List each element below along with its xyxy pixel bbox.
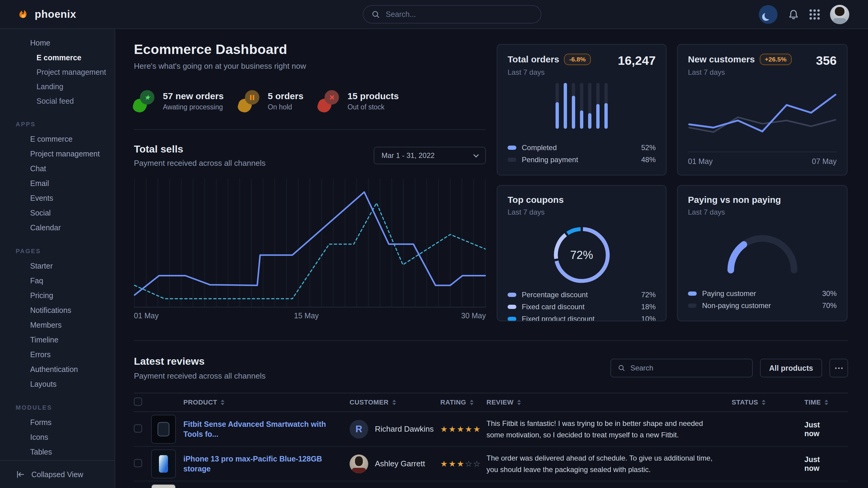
sort-icon	[825, 400, 828, 405]
sidebar-item-label: Email	[30, 179, 49, 188]
stat-sub: On hold	[268, 103, 303, 111]
row-checkbox[interactable]	[134, 424, 142, 432]
legend-swatch	[688, 303, 697, 308]
sidebar-item[interactable]: Social	[0, 205, 115, 220]
top-navbar: phoenix	[0, 0, 868, 29]
sidebar-item: PAGES	[0, 247, 115, 255]
chevron-down-icon	[473, 152, 478, 157]
coupons-donut-chart: 72%	[552, 225, 612, 285]
top-coupons-card: Top coupons Last 7 days 72% Percentage d…	[497, 185, 666, 321]
legend-row: Percentage discount 72%	[507, 289, 656, 301]
legend-value: 72%	[641, 291, 656, 299]
brand-logo[interactable]: phoenix	[17, 7, 76, 21]
phoenix-logo-icon	[17, 7, 30, 21]
search-input[interactable]	[386, 10, 533, 19]
sidebar-item[interactable]: Members	[0, 318, 115, 332]
sidebar: Home E commerce Project management Landi…	[0, 29, 115, 488]
x-tick: 30 May	[461, 312, 486, 320]
sidebar-item-label: Timeline	[30, 335, 59, 344]
main-content: Ecommerce Dashboard Here's what's going …	[116, 29, 868, 488]
sidebar-item[interactable]: E commerce	[0, 132, 115, 147]
sidebar-item-label: E commerce	[30, 135, 72, 143]
column-header-status[interactable]: STATUS	[732, 398, 797, 406]
global-search[interactable]	[363, 5, 541, 24]
sidebar-item-label: Social	[30, 208, 51, 217]
sidebar-item[interactable]: Tables	[0, 445, 115, 459]
row-checkbox[interactable]	[134, 459, 142, 467]
product-thumbnail[interactable]	[151, 415, 176, 444]
user-avatar[interactable]	[830, 5, 849, 24]
customer-avatar: R	[349, 420, 368, 438]
column-header-rating[interactable]: RATING	[440, 398, 487, 406]
sidebar-item[interactable]: Faq	[0, 273, 115, 288]
paying-gauge-chart	[722, 230, 803, 275]
sort-icon	[517, 400, 521, 405]
select-all-checkbox[interactable]	[134, 398, 142, 406]
sidebar-item[interactable]: Icons	[0, 430, 115, 445]
sidebar-item[interactable]: Events	[0, 191, 115, 205]
product-thumbnail[interactable]	[151, 449, 176, 478]
sidebar-item-label: Faq	[30, 276, 43, 285]
sidebar-item[interactable]: Landing	[0, 79, 115, 94]
paying-vs-nonpaying-card: Paying vs non paying Last 7 days Paying …	[677, 185, 847, 321]
column-header-product[interactable]: PRODUCT	[183, 398, 349, 406]
sidebar-item[interactable]: Project management	[0, 65, 115, 79]
column-header-customer[interactable]: CUSTOMER	[349, 398, 440, 406]
column-header-time[interactable]: TIME	[797, 398, 836, 406]
theme-toggle-button[interactable]	[759, 5, 777, 24]
reviews-search-input[interactable]	[630, 364, 746, 372]
sidebar-item-label: Authentication	[30, 365, 78, 374]
sidebar-item[interactable]: Notifications	[0, 303, 115, 318]
orders-bar-chart	[556, 83, 608, 129]
legend-label: Completed	[522, 143, 557, 152]
dashboard-overview: Ecommerce Dashboard Here's what's going …	[134, 42, 486, 322]
customer-name: Richard Dawkins	[375, 424, 434, 434]
collapsed-view-toggle[interactable]: Collapsed View	[0, 460, 115, 488]
legend-swatch	[507, 293, 516, 297]
sidebar-item[interactable]: Social feed	[0, 94, 115, 108]
sidebar-item[interactable]: E commerce	[0, 50, 115, 65]
card-period: Last 7 days	[688, 68, 792, 76]
total-sells-x-axis: 01 May 15 May 30 May	[134, 312, 486, 322]
sidebar-item[interactable]: Email	[0, 176, 115, 191]
apps-grid-button[interactable]	[809, 9, 820, 20]
legend-label: Pending payment	[522, 156, 578, 164]
sidebar-item[interactable]: Project management	[0, 147, 115, 161]
product-link[interactable]: iPhone 13 pro max-Pacific Blue-128GB sto…	[183, 454, 349, 474]
sidebar-item[interactable]: Pricing	[0, 288, 115, 303]
legend-swatch	[507, 305, 516, 309]
more-options-button[interactable]	[829, 359, 848, 378]
card-period: Last 7 days	[688, 208, 781, 217]
product-thumbnail[interactable]	[151, 484, 176, 488]
stat-glyph-icon	[144, 93, 151, 102]
sidebar-item-label: Layouts	[30, 380, 57, 389]
reviews-title: Latest reviews	[134, 355, 266, 367]
legend-swatch	[507, 158, 516, 162]
sidebar-item[interactable]: Starter	[0, 259, 115, 273]
sidebar-item[interactable]: Timeline	[0, 332, 115, 347]
sidebar-item-label: Forms	[30, 418, 52, 427]
all-products-button[interactable]: All products	[760, 359, 822, 378]
sidebar-item[interactable]: Home	[0, 36, 115, 50]
sidebar-item[interactable]: Calendar	[0, 220, 115, 235]
reviews-subtitle: Payment received across all channels	[134, 371, 266, 381]
sidebar-item[interactable]: Authentication	[0, 362, 115, 377]
product-link[interactable]: Fitbit Sense Advanced Smartwatch with To…	[183, 419, 349, 439]
latest-reviews-section: Latest reviews Payment received across a…	[134, 355, 848, 488]
review-time: Just now	[797, 421, 836, 438]
rating-stars: ★★★★★	[440, 424, 487, 434]
sidebar-item-label: Social feed	[36, 97, 74, 105]
ellipsis-icon	[835, 367, 843, 369]
stat-icon	[134, 90, 154, 112]
legend-value: 10%	[641, 315, 656, 321]
sidebar-item[interactable]: Chat	[0, 161, 115, 176]
date-range-select[interactable]: Mar 1 - 31, 2022	[374, 147, 486, 164]
reviews-search[interactable]	[611, 359, 753, 378]
sidebar-item[interactable]: Layouts	[0, 377, 115, 392]
sidebar-item-label: PAGES	[16, 248, 41, 255]
notifications-button[interactable]	[788, 9, 799, 20]
review-table-row: ✓	[134, 481, 848, 488]
sidebar-item[interactable]: Forms	[0, 415, 115, 430]
column-header-review[interactable]: REVIEW	[487, 398, 732, 406]
sidebar-item[interactable]: Errors	[0, 347, 115, 362]
